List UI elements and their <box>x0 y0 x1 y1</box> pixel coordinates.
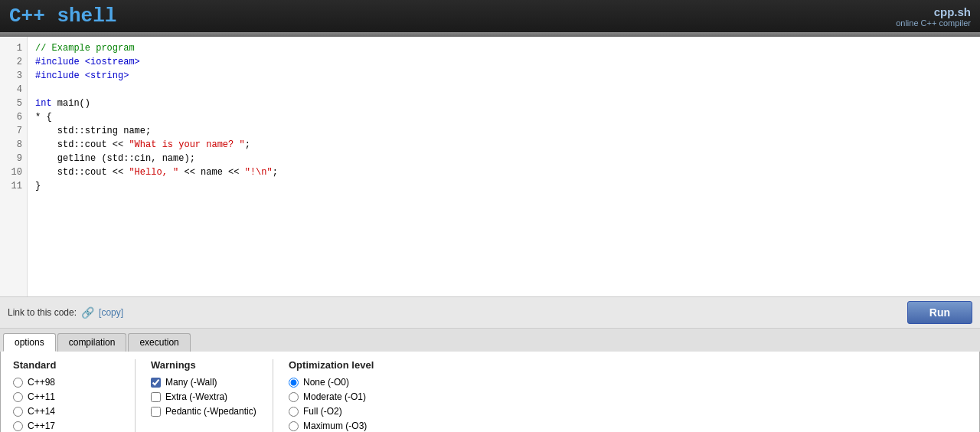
code-editor[interactable]: // Example program #include <iostream> #… <box>28 37 980 296</box>
radio-cpp11[interactable] <box>13 392 23 402</box>
link-label: Link to this code: <box>8 307 77 318</box>
checkbox-wpedantic[interactable] <box>151 407 161 417</box>
radio-o3[interactable] <box>289 421 299 431</box>
options-panel: Standard C++98 C++11 C++14 C++17 C++20 C… <box>0 352 980 432</box>
tab-execution[interactable]: execution <box>128 333 190 352</box>
title-text: C++ shell <box>9 5 116 28</box>
standard-cpp17[interactable]: C++17 <box>13 421 119 431</box>
standard-section: Standard C++98 C++11 C++14 C++17 C++20 C… <box>13 359 136 432</box>
run-button[interactable]: Run <box>907 301 972 324</box>
radio-o2[interactable] <box>289 407 299 417</box>
brand-sub: online C++ compiler <box>896 18 971 28</box>
standard-title: Standard <box>13 359 119 371</box>
warning-wextra[interactable]: Extra (-Wextra) <box>151 391 257 402</box>
copy-link[interactable]: [copy] <box>99 307 123 318</box>
warnings-section: Warnings Many (-Wall) Extra (-Wextra) Pe… <box>151 359 273 432</box>
checkbox-wextra[interactable] <box>151 392 161 402</box>
tabs-bar: options compilation execution <box>0 329 980 352</box>
opt-o0[interactable]: None (-O0) <box>289 377 411 388</box>
warning-wall[interactable]: Many (-Wall) <box>151 377 257 388</box>
link-area: Link to this code: 🔗 [copy] <box>8 306 123 319</box>
header: C++ shell cpp.sh online C++ compiler <box>0 0 980 32</box>
radio-cpp98[interactable] <box>13 378 23 388</box>
header-right: cpp.sh online C++ compiler <box>896 5 971 28</box>
optimization-title: Optimization level <box>289 359 411 371</box>
radio-cpp17[interactable] <box>13 421 23 431</box>
line-numbers: 1 2 3 4 5 6 7 8 9 10 11 <box>0 37 28 296</box>
app-title: C++ shell <box>9 5 116 28</box>
editor-area: 1 2 3 4 5 6 7 8 9 10 11 // Example progr… <box>0 37 980 297</box>
link-icon: 🔗 <box>81 306 94 319</box>
standard-cpp14[interactable]: C++14 <box>13 406 119 417</box>
standard-cpp11[interactable]: C++11 <box>13 391 119 402</box>
toolbar: Link to this code: 🔗 [copy] Run <box>0 297 980 329</box>
warning-wpedantic[interactable]: Pedantic (-Wpedantic) <box>151 406 257 417</box>
checkbox-wall[interactable] <box>151 378 161 388</box>
opt-o1[interactable]: Moderate (-O1) <box>289 391 411 402</box>
tab-compilation[interactable]: compilation <box>57 333 127 352</box>
radio-o1[interactable] <box>289 392 299 402</box>
brand-name: cpp.sh <box>896 5 971 18</box>
opt-o3[interactable]: Maximum (-O3) <box>289 421 411 431</box>
radio-cpp14[interactable] <box>13 407 23 417</box>
warnings-title: Warnings <box>151 359 257 371</box>
tab-options[interactable]: options <box>3 333 56 352</box>
standard-cpp98[interactable]: C++98 <box>13 377 119 388</box>
opt-o2[interactable]: Full (-O2) <box>289 406 411 417</box>
radio-o0[interactable] <box>289 378 299 388</box>
optimization-section: Optimization level None (-O0) Moderate (… <box>289 359 426 432</box>
